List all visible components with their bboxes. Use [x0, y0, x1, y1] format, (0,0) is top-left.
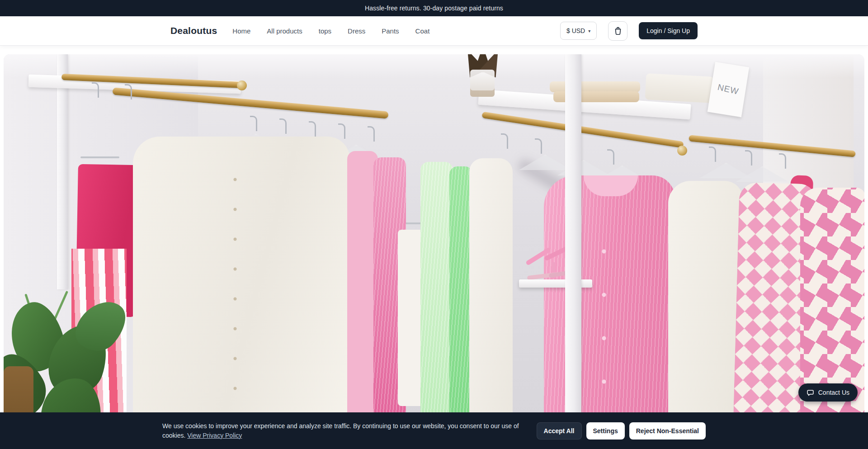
contact-us-label: Contact Us: [818, 389, 849, 396]
acrylic-hanger: [700, 163, 752, 178]
display-pole-left: [57, 54, 68, 289]
contact-us-button[interactable]: Contact Us: [798, 383, 858, 402]
cart-button[interactable]: [608, 21, 627, 41]
brand-logo[interactable]: Dealoutus: [170, 25, 217, 36]
hanger-hook: [125, 84, 132, 99]
cookie-message: We use cookies to improve your experienc…: [162, 421, 524, 440]
page: Hassle-free returns. 30-day postage paid…: [0, 0, 868, 449]
login-signup-button[interactable]: Login / Sign Up: [639, 22, 698, 39]
currency-value: $ USD: [566, 27, 585, 34]
garment-white-shirt: [469, 158, 513, 449]
garment-mint-cardigan: [420, 162, 453, 449]
nav-link-pants[interactable]: Pants: [382, 27, 399, 35]
hanger-hook: [279, 118, 287, 134]
accept-all-button[interactable]: Accept All: [537, 422, 582, 440]
nav-link-coat[interactable]: Coat: [415, 27, 430, 35]
folded-clothes: [550, 81, 640, 92]
shopping-bag-icon: [613, 26, 623, 36]
hero-image: NEW: [4, 54, 864, 449]
hanger-hook: [745, 150, 752, 165]
cookie-banner: We use cookies to improve your experienc…: [0, 412, 868, 449]
hanger-hook: [92, 82, 99, 98]
nav-link-home[interactable]: Home: [232, 27, 250, 35]
announcement-bar: Hassle-free returns. 30-day postage paid…: [0, 0, 868, 16]
caret-down-icon: ▾: [588, 28, 590, 33]
nav-link-all-products[interactable]: All products: [267, 27, 302, 35]
hanger-hook: [709, 147, 716, 162]
display-pole-right: [565, 54, 581, 449]
hanger-hook: [779, 153, 786, 169]
nav-links: Home All products tops Dress Pants Coat: [232, 27, 429, 35]
navbar-container: Dealoutus Home All products tops Dress P…: [170, 16, 698, 45]
garment-pink-cardigan: [544, 175, 675, 449]
announcement-text: Hassle-free returns. 30-day postage paid…: [365, 5, 503, 12]
nav-link-tops[interactable]: tops: [319, 27, 331, 35]
hanger-hook: [535, 138, 542, 154]
navbar: Dealoutus Home All products tops Dress P…: [0, 16, 868, 45]
hanger-hook: [368, 126, 375, 142]
chat-icon: [807, 389, 814, 397]
navbar-actions: $ USD ▾ Login / Sign Up: [560, 21, 698, 41]
new-sign: NEW: [708, 62, 750, 118]
folded-clothes: [645, 73, 714, 103]
garment-white-shirt: [668, 181, 743, 449]
settings-button[interactable]: Settings: [586, 422, 625, 440]
hanger-hook: [250, 116, 257, 131]
nav-link-dress[interactable]: Dress: [348, 27, 365, 35]
gold-rail: [481, 112, 684, 148]
privacy-policy-link[interactable]: View Privacy Policy: [187, 432, 242, 439]
cookie-actions: Accept All Settings Reject Non-Essential: [537, 422, 706, 440]
rail-end-cap: [237, 80, 247, 90]
hanger-hook: [607, 149, 614, 165]
cookie-banner-container: We use cookies to improve your experienc…: [162, 412, 706, 449]
hanger-hook: [338, 123, 345, 139]
currency-selector[interactable]: $ USD ▾: [560, 22, 597, 40]
garment-houndstooth-cardigan: [800, 188, 864, 449]
clip-hanger: [80, 156, 119, 158]
garment-white-shirt: [133, 137, 350, 449]
reject-non-essential-button[interactable]: Reject Non-Essential: [629, 422, 706, 440]
glass-vase: [470, 70, 495, 97]
new-sign-text: NEW: [717, 82, 740, 97]
rail-end-cap: [677, 146, 687, 156]
hanger-hook: [501, 133, 508, 149]
hanger-hook: [309, 121, 316, 137]
